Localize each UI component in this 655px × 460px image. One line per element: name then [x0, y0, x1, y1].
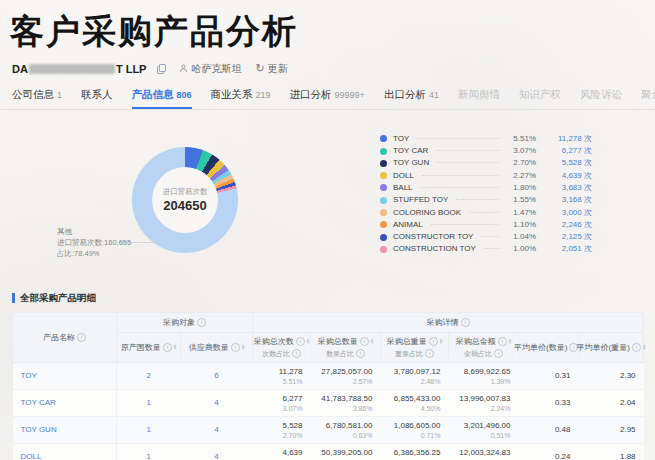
info-icon[interactable]: i	[461, 318, 470, 327]
value: 3,201,496.00	[457, 421, 511, 430]
legend-item[interactable]: ANIMAL1.10%2,246 次	[380, 221, 592, 229]
col-header-suppliers[interactable]: 供应商数量i▴▾	[181, 332, 253, 362]
legend-count: 3,168 次	[544, 196, 592, 204]
col-sub-label: 次数占比	[262, 349, 290, 359]
tab-business-relations[interactable]: 商业关系219	[211, 88, 271, 109]
value-percent: 0.63%	[319, 432, 373, 439]
sort-icon[interactable]: ▴▾	[509, 338, 512, 345]
col-header-avg-price-quantity[interactable]: 平均单价(数量)i▴▾	[519, 332, 579, 362]
info-icon[interactable]: i	[429, 337, 438, 346]
cell-suppliers[interactable]: 4	[181, 443, 253, 460]
legend-color-dot	[380, 246, 387, 253]
sort-icon[interactable]: ▴▾	[643, 344, 646, 351]
tab-product-info[interactable]: 产品信息806	[132, 88, 192, 109]
info-icon[interactable]: i	[360, 337, 369, 346]
info-icon[interactable]: i	[356, 349, 365, 358]
value: 2.30	[587, 371, 636, 380]
sort-icon[interactable]: ▴▾	[174, 344, 177, 351]
cell-total-quantity: 27,825,057.002.57%	[311, 362, 381, 389]
sort-icon[interactable]: ▴▾	[440, 338, 443, 345]
info-icon[interactable]: i	[292, 349, 301, 358]
tooltip-line2: 占比:78.49%	[57, 249, 131, 260]
legend-item[interactable]: TOY GUN2.70%5,528 次	[380, 159, 592, 167]
legend-leader	[469, 211, 500, 213]
tab-export-analysis[interactable]: 出口分析41	[384, 88, 439, 109]
refresh-icon: ↻	[255, 63, 264, 74]
person-icon	[179, 64, 188, 73]
cell-product-name[interactable]: DOLL	[13, 443, 117, 460]
sort-icon[interactable]: ▴▾	[307, 338, 310, 345]
donut-center: 进口贸易次数 204650	[152, 167, 218, 233]
copy-icon[interactable]	[157, 64, 165, 73]
info-icon[interactable]: i	[425, 349, 434, 358]
cell-suppliers[interactable]: 4	[181, 389, 253, 416]
section-title-text: 全部采购产品明细	[20, 292, 96, 305]
legend-item[interactable]: BALL1.80%3,683 次	[380, 184, 592, 192]
legend-item[interactable]: COLORING BOOK1.47%3,000 次	[380, 209, 592, 217]
company-name: DA T LLP	[12, 63, 146, 75]
cell-total-quantity: 6,780,581.000.63%	[311, 416, 381, 443]
cell-product-name[interactable]: TOY	[13, 362, 117, 389]
legend-item[interactable]: TOY CAR3.07%6,277 次	[380, 147, 592, 155]
cell-origin-countries[interactable]: 1	[117, 443, 181, 460]
donut-center-label: 进口贸易次数	[163, 187, 208, 197]
col-header-total-quantity[interactable]: 采购总数量i▴▾ 数量占比i	[311, 332, 381, 362]
col-header-origin-countries[interactable]: 原产国数量i▴▾	[117, 332, 181, 362]
info-icon[interactable]: i	[296, 337, 305, 346]
donut-chart[interactable]: 进口贸易次数 204650	[132, 147, 238, 253]
legend-item[interactable]: CONSTRUCTOR TOY1.04%2,125 次	[380, 233, 592, 241]
group-header-purchase-target: 采购对象i	[117, 312, 253, 332]
info-icon[interactable]: i	[163, 343, 172, 352]
tab-company-info[interactable]: 公司信息1	[12, 88, 62, 109]
cell-avg-price-quantity: 0.31	[519, 362, 579, 389]
cell-total-times: 6,2773.07%	[253, 389, 311, 416]
legend-item[interactable]: STUFFED TOY1.55%3,168 次	[380, 196, 592, 204]
cell-product-name[interactable]: TOY CAR	[13, 389, 117, 416]
legend-count: 2,246 次	[544, 221, 592, 229]
company-name-suffix: T LLP	[116, 63, 147, 75]
cell-suppliers[interactable]: 6	[181, 362, 253, 389]
legend-count: 11,278 次	[544, 135, 592, 143]
info-icon[interactable]: i	[498, 337, 507, 346]
tab-count: 41	[429, 90, 439, 100]
legend-label: COLORING BOOK	[393, 209, 461, 217]
cell-origin-countries[interactable]: 2	[117, 362, 181, 389]
info-icon[interactable]: i	[77, 333, 86, 342]
tab-contacts[interactable]: 联系人	[81, 88, 113, 109]
cell-total-amount: 8,699,922.651.39%	[449, 362, 519, 389]
col-header-total-amount[interactable]: 采购总金额i▴▾ 金额占比i	[449, 332, 519, 362]
legend-label: BALL	[393, 184, 413, 192]
table-section: 全部采购产品明细 产品名称i 采购对象i 采购详情i	[0, 292, 655, 460]
cell-product-name[interactable]: TOY GUN	[13, 416, 117, 443]
value-percent: 2.24%	[457, 405, 511, 412]
cell-total-amount: 3,201,496.000.51%	[449, 416, 519, 443]
table-row: TOY2611,2785.51%27,825,057.002.57%3,780,…	[13, 362, 644, 389]
table-body: TOY2611,2785.51%27,825,057.002.57%3,780,…	[13, 362, 644, 460]
cell-suppliers[interactable]: 4	[181, 416, 253, 443]
legend-label: DOLL	[393, 172, 414, 180]
info-icon[interactable]: i	[494, 349, 503, 358]
tab-label: 公司信息	[12, 88, 54, 102]
col-sub-label: 重量占比	[395, 349, 423, 359]
value-percent: 2.48%	[389, 378, 441, 385]
legend-item[interactable]: CONSTRUCTION TOY1.00%2,051 次	[380, 245, 592, 253]
cell-origin-countries[interactable]: 1	[117, 389, 181, 416]
tab-import-analysis[interactable]: 进口分析99999+	[290, 88, 365, 109]
legend-leader	[421, 186, 500, 188]
col-header-product-name[interactable]: 产品名称i	[13, 312, 117, 362]
sort-icon[interactable]: ▴▾	[242, 344, 245, 351]
cell-origin-countries[interactable]: 1	[117, 416, 181, 443]
col-header-total-times[interactable]: 采购总次数i▴▾ 次数占比i	[253, 332, 311, 362]
info-icon[interactable]: i	[632, 343, 641, 352]
value-percent: 2.70%	[261, 432, 303, 439]
refresh-button[interactable]: ↻ 更新	[255, 62, 287, 76]
info-icon[interactable]: i	[197, 318, 206, 327]
sort-icon[interactable]: ▴▾	[371, 338, 374, 345]
legend-item[interactable]: DOLL2.27%4,639 次	[380, 172, 592, 180]
legend-count: 3,000 次	[544, 209, 592, 217]
col-header-total-weight[interactable]: 采购总重量i▴▾ 重量占比i	[381, 332, 449, 362]
value: 6,277	[261, 394, 303, 403]
info-icon[interactable]: i	[231, 343, 240, 352]
legend-item[interactable]: TOY5.51%11,278 次	[380, 135, 592, 143]
col-header-avg-price-weight[interactable]: 平均单价(重量)i▴▾	[579, 332, 644, 362]
